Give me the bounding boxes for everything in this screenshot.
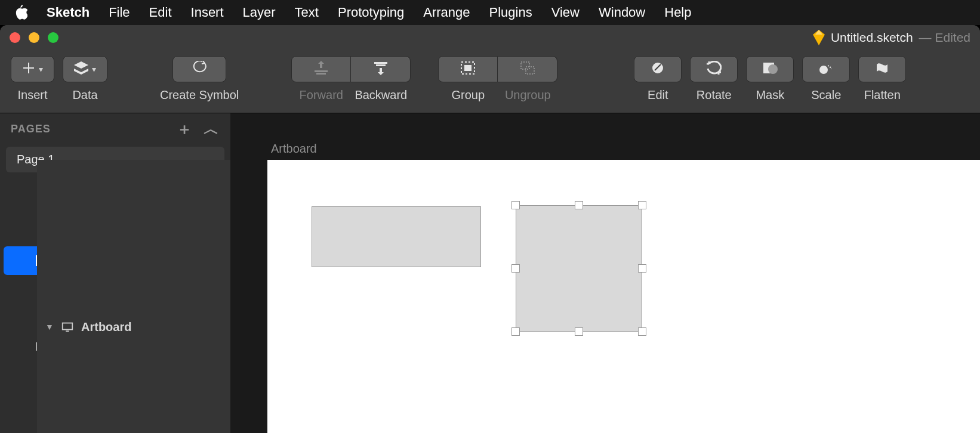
group-label: Group <box>438 88 498 102</box>
menu-plugins[interactable]: Plugins <box>489 5 532 20</box>
chevron-down-icon: ▾ <box>39 64 43 74</box>
data-label: Data <box>72 88 97 102</box>
document-title[interactable]: Untitled.sketch — Edited <box>813 30 970 45</box>
scale-button[interactable] <box>802 56 850 82</box>
add-page-button[interactable]: ＋ <box>177 121 193 137</box>
ungroup-button[interactable] <box>498 56 557 82</box>
collapse-pages-button[interactable]: ︿ <box>204 121 220 137</box>
plus-icon <box>22 61 35 77</box>
toolbar-scale-group: Scale <box>802 56 850 102</box>
backward-button[interactable] <box>351 56 411 82</box>
macos-menubar: Sketch File Edit Insert Layer Text Proto… <box>0 0 980 25</box>
forward-button[interactable] <box>291 56 351 82</box>
menu-insert[interactable]: Insert <box>191 5 224 20</box>
flatten-button[interactable] <box>858 56 906 82</box>
disclosure-triangle-icon[interactable]: ▼ <box>45 322 54 332</box>
resize-handle-ml[interactable] <box>511 264 520 273</box>
layers-icon <box>74 61 88 77</box>
resize-handle-tl[interactable] <box>511 201 520 209</box>
canvas-artboard[interactable] <box>267 160 980 433</box>
toolbar-insert-group: ▾ Insert <box>11 56 54 102</box>
edit-label: Edit <box>648 88 668 102</box>
canvas-rectangle[interactable] <box>312 206 481 267</box>
scale-icon <box>818 61 834 78</box>
create-symbol-button[interactable] <box>172 56 226 82</box>
window-zoom-button[interactable] <box>48 32 58 43</box>
resize-handle-br[interactable] <box>638 327 646 336</box>
ungroup-icon <box>520 61 535 78</box>
menu-layer[interactable]: Layer <box>243 5 276 20</box>
ungroup-label: Ungroup <box>498 88 557 102</box>
svg-rect-3 <box>526 67 534 74</box>
window-controls <box>10 32 58 43</box>
document-icon <box>813 30 825 45</box>
canvas-rectangle-selected[interactable] <box>516 205 642 332</box>
group-icon <box>460 61 476 78</box>
canvas-rectangle-shape[interactable] <box>516 205 642 332</box>
menu-edit[interactable]: Edit <box>149 5 172 20</box>
toolbar-edit-group: Edit <box>634 56 682 102</box>
resize-handle-tr[interactable] <box>638 201 646 209</box>
toolbar-mask-group: Mask <box>746 56 794 102</box>
data-button[interactable]: ▾ <box>63 56 107 82</box>
window-body: PAGES ＋ ︿ Page 1 ▼ Artboard Rectangle <box>0 113 980 433</box>
window-titlebar: Untitled.sketch — Edited <box>0 25 980 50</box>
document-edited-indicator: — Edited <box>919 30 970 45</box>
layers-sidebar: PAGES ＋ ︿ Page 1 ▼ Artboard Rectangle <box>0 113 230 433</box>
insert-button[interactable]: ▾ <box>11 56 54 82</box>
artboard-name: Artboard <box>81 320 131 334</box>
menu-view[interactable]: View <box>551 5 580 20</box>
pages-header: PAGES ＋ ︿ <box>0 113 230 144</box>
rotate-label: Rotate <box>697 88 732 102</box>
document-filename: Untitled.sketch <box>831 30 913 45</box>
create-symbol-icon <box>192 61 207 78</box>
group-button[interactable] <box>438 56 498 82</box>
menu-text[interactable]: Text <box>295 5 319 20</box>
flatten-icon <box>874 61 890 78</box>
edit-icon <box>650 61 665 78</box>
insert-label: Insert <box>17 88 47 102</box>
pages-header-label: PAGES <box>11 123 51 135</box>
resize-handle-bl[interactable] <box>511 327 520 336</box>
app-window: Untitled.sketch — Edited ▾ Insert <box>0 25 980 433</box>
backward-label: Backward <box>351 88 411 102</box>
create-symbol-label: Create Symbol <box>160 88 239 102</box>
svg-point-7 <box>819 66 828 74</box>
canvas-artboard-label[interactable]: Artboard <box>271 142 317 156</box>
svg-rect-1 <box>464 65 471 71</box>
menu-help[interactable]: Help <box>664 5 691 20</box>
mask-icon <box>762 61 778 78</box>
toolbar-flatten-group: Flatten <box>858 56 906 102</box>
apple-menu-icon[interactable] <box>14 5 27 20</box>
resize-handle-tm[interactable] <box>575 201 583 209</box>
menu-arrange[interactable]: Arrange <box>423 5 470 20</box>
rotate-button[interactable] <box>690 56 738 82</box>
forward-label: Forward <box>291 88 351 102</box>
svg-rect-8 <box>63 323 73 330</box>
toolbar: ▾ Insert ▾ Data Cr <box>0 50 980 113</box>
toolbar-create-symbol-group: Create Symbol <box>160 56 239 102</box>
toolbar-rotate-group: Rotate <box>690 56 738 102</box>
flatten-label: Flatten <box>864 88 901 102</box>
resize-handle-mr[interactable] <box>638 264 646 273</box>
send-backward-icon <box>373 61 389 78</box>
window-close-button[interactable] <box>10 32 20 43</box>
toolbar-data-group: ▾ Data <box>63 56 107 102</box>
window-minimize-button[interactable] <box>29 32 39 43</box>
scale-label: Scale <box>811 88 841 102</box>
bring-forward-icon <box>313 61 329 78</box>
toolbar-group-group: Group Ungroup <box>438 56 557 102</box>
menu-window[interactable]: Window <box>599 5 645 20</box>
toolbar-order-group: Forward Backward <box>291 56 411 102</box>
chevron-down-icon: ▾ <box>92 64 96 74</box>
menu-file[interactable]: File <box>109 5 130 20</box>
resize-handle-bm[interactable] <box>575 327 583 336</box>
menu-prototyping[interactable]: Prototyping <box>338 5 404 20</box>
canvas[interactable]: Artboard <box>230 113 980 433</box>
edit-button[interactable] <box>634 56 682 82</box>
rotate-icon <box>706 61 722 78</box>
menu-app[interactable]: Sketch <box>47 5 90 20</box>
artboard-icon <box>61 322 74 332</box>
mask-button[interactable] <box>746 56 794 82</box>
svg-point-6 <box>768 64 778 74</box>
